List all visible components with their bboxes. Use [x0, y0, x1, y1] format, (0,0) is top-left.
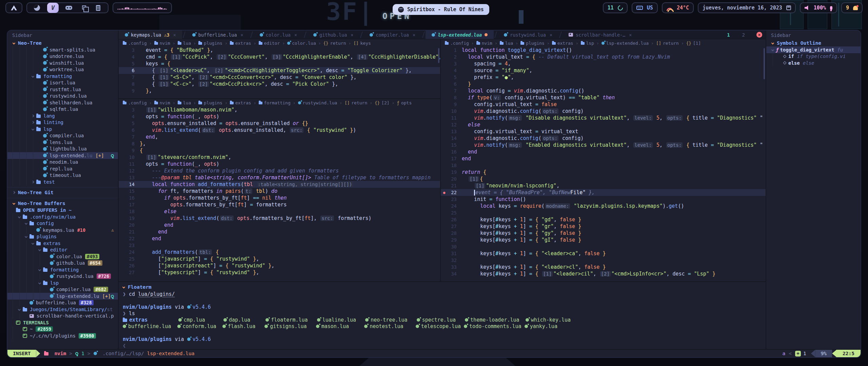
editor-pane-lsp-extended-lua[interactable]: .config›nvim›lua›plugins›extras›lsp›lsp-…	[441, 39, 766, 281]
tab-github-lua[interactable]: github.lua×	[307, 30, 359, 39]
outline-item-else[interactable]: elseelse	[766, 60, 861, 66]
code-line-32[interactable]: 32	[441, 257, 766, 264]
tree-item-lsp[interactable]: lsp	[7, 126, 118, 133]
tree-item-formatting[interactable]: formatting	[7, 266, 118, 273]
code-area[interactable]: 1local function toggle_diag_virtext()2 l…	[441, 47, 766, 277]
breadcrumb-item[interactable]: .config	[123, 100, 147, 105]
code-line-18[interactable]: 18	[441, 162, 766, 169]
tree-item-keymaps-lua[interactable]: keymaps.lua#10⚠	[7, 227, 118, 233]
tree-item--[interactable]: ~#2859	[7, 326, 118, 333]
date-widget[interactable]: jueves, noviembre 16, 2023	[698, 2, 796, 13]
tree-item-open-buffers-in-[interactable]: OPEN BUFFERS in ~	[7, 207, 118, 214]
tree-item-editor[interactable]: editor	[7, 247, 118, 253]
code-line-26[interactable]: 26 keys[#keys + 1] = { "gd", false }	[441, 216, 766, 223]
dock-gamepad-button[interactable]	[64, 3, 73, 12]
code-line-14[interactable]: 14 vim.diagnostic.config(opts: config)	[441, 135, 766, 142]
code-line-30[interactable]: 30	[441, 243, 766, 250]
tree-item-bufferline-lua[interactable]: bufferline.lua#328	[7, 300, 118, 306]
code-line-31[interactable]: 31 keys[#keys + 1] = { "<leader>ca", fal…	[441, 250, 766, 257]
code-line-21[interactable]: 21 [1]"neovim/nvim-lspconfig",	[441, 182, 766, 189]
launcher-button[interactable]	[5, 2, 22, 13]
tab-compiler-lua[interactable]: compiler.lua×	[363, 30, 421, 39]
code-line-13[interactable]: 13 config.virtual_text = virtual_text	[441, 128, 766, 135]
code-line-11[interactable]: 11 opts = function(_, opts)	[119, 161, 440, 167]
code-line-16[interactable]: 16 end	[441, 148, 766, 155]
breadcrumb-item[interactable]: .config	[445, 41, 469, 46]
tree-item-scrollbar-handle-vertical-p[interactable]: scrollbar-handle-vertical.p	[7, 313, 118, 320]
tree-item-color-lua[interactable]: color.lua#493	[7, 253, 118, 260]
code-line-6[interactable]: 6 vim.list_extend(dst: opts.ensure_insta…	[119, 127, 440, 134]
now-playing-widget[interactable]: Spiritbox - Rule Of Nines	[393, 4, 489, 15]
updates-widget[interactable]: 11	[603, 2, 628, 13]
tab-scrollbar-handle-[interactable]: scrollbar-handle-…×	[563, 30, 638, 39]
tree-item-lang[interactable]: lang	[7, 113, 118, 119]
code-line-15[interactable]: 15 for ft, formatters in pairs(t: tbl) d…	[119, 188, 440, 195]
layout-widget[interactable]: US	[632, 2, 658, 13]
tab-bufferline-lua[interactable]: bufferline.lua×	[186, 30, 250, 39]
tree-item-smart-splits-lua[interactable]: smart-splits.lua	[7, 46, 118, 53]
code-line-26[interactable]: 26 ["javascriptreact"] = { "rustywind" }…	[119, 262, 440, 269]
code-line-29[interactable]: 29 keys[#keys + 1] = { "gI", false }	[441, 237, 766, 243]
dock-neovim-button[interactable]: V	[47, 3, 59, 13]
tree-item-lsp-extended-lu[interactable]: lsp-extended.lu[+]	[7, 293, 118, 300]
breadcrumb-item[interactable]: nvim	[154, 100, 170, 105]
tree-item-rustywind-lua[interactable]: rustywind.lua#726	[7, 273, 118, 280]
code-line-2[interactable]: 2 local virtual_text = { -- Default virt…	[441, 54, 766, 60]
tree-item-isort-lua[interactable]: isort.lua	[7, 80, 118, 86]
breadcrumb-item[interactable]: {}[1]	[686, 41, 701, 46]
audio-visualizer[interactable]	[113, 2, 172, 13]
code-line-23[interactable]: 23	[119, 242, 440, 249]
breadcrumb-item[interactable]: editor	[259, 41, 280, 46]
tab-rustywind-lua[interactable]: rustywind.lua×	[498, 30, 558, 39]
breadcrumb-item[interactable]: color.lua	[287, 41, 316, 46]
neotree-section-header[interactable]: Neo-Tree	[7, 39, 118, 46]
code-line-14[interactable]: 14 local function add_formatters(tbl :ta…	[119, 181, 440, 188]
breadcrumb-item[interactable]: lua	[178, 100, 191, 105]
code-line-19[interactable]: 19 vim.list_extend(dst: opts.formatters_…	[119, 215, 440, 222]
code-line-10[interactable]: 10 [1]"stevearc/conform.nvim",	[119, 154, 440, 161]
code-line-20[interactable]: 20 end	[119, 222, 440, 228]
tree-item-lens-lua[interactable]: lens.lua	[7, 139, 118, 146]
breadcrumb-item[interactable]: lsp-extended.lua	[601, 41, 649, 46]
code-line-20[interactable]: 20 [1]{	[441, 176, 766, 182]
breadcrumb-item[interactable]: {}return	[323, 41, 346, 46]
tab-keymaps-lua[interactable]: keymaps.lua⚠3×	[119, 30, 182, 39]
tree-item-compiler-lua[interactable]: compiler.lua	[7, 133, 118, 139]
tree-item-config[interactable]: config	[7, 220, 118, 227]
tree-item-shellharden-lua[interactable]: shellharden.lua	[7, 99, 118, 106]
code-line-27[interactable]: 27 ["typescript"] = { "rustywind" },	[119, 269, 440, 276]
code-line-4[interactable]: 4 cmd = { [1]"CccPick", [2]"CccConvert",…	[119, 54, 440, 60]
tree-item--config-nvim-lua[interactable]: .config/nvim/lua	[7, 214, 118, 220]
tab-close-button[interactable]: ×	[173, 32, 176, 38]
code-line-25[interactable]: 25	[441, 209, 766, 216]
floaterm-header[interactable]: Floaterm	[123, 283, 762, 291]
code-line-9[interactable]: 9 config.virtual_text = false	[441, 101, 766, 108]
code-line-3[interactable]: 3 spacing = 4,	[441, 60, 766, 67]
code-line-12[interactable]: 12 --- Extend the conform plugin config …	[119, 167, 440, 174]
breadcrumb-item[interactable]: extras	[552, 41, 573, 46]
breadcrumb-item[interactable]: nvim	[476, 41, 492, 46]
code-line-33[interactable]: 33 keys[#keys + 1] = { "<leader>cl", fal…	[441, 264, 766, 270]
tree-item-timeout-lua[interactable]: timeout.lua	[7, 172, 118, 179]
code-line-8[interactable]: 8 { [1]"<C-c>", [2]"<cmd>CccPick<cr>", d…	[119, 81, 440, 87]
tree-item-repl-lua[interactable]: repl.lua	[7, 165, 118, 172]
breadcrumb-item[interactable]: formatting	[259, 100, 291, 105]
breadcrumb-item[interactable]: extras	[230, 41, 251, 46]
code-line-4[interactable]: 4 source = "if_many",	[441, 67, 766, 74]
dock-firefox-button[interactable]	[33, 3, 41, 12]
code-line-8[interactable]: 8 if type(v: config.virtual_text) == "ta…	[441, 94, 766, 101]
code-line-25[interactable]: 25 ["javascript"] = { "rustywind" },	[119, 256, 440, 262]
tabpage-1[interactable]: 1	[723, 32, 734, 38]
breadcrumb-item[interactable]: []return	[656, 41, 679, 46]
code-line-1[interactable]: 1local function toggle_diag_virtext()	[441, 47, 766, 54]
symbols-outline-header[interactable]: Symbols Outline	[766, 39, 861, 46]
tab-close-button[interactable]: ×	[241, 32, 243, 38]
volume-widget[interactable]: 100%	[800, 2, 837, 13]
breadcrumb-item[interactable]: plugins	[198, 100, 222, 105]
editor-pane-rustywind-lua[interactable]: .config›nvim›lua›plugins›extras›formatti…	[119, 99, 440, 281]
code-line-12[interactable]: 12 else	[441, 121, 766, 128]
tree-item-terminals[interactable]: TERMINALS	[7, 319, 118, 326]
code-line-10[interactable]: 10 vim.diagnostic.config(opts: config)	[441, 108, 766, 115]
code-line-22[interactable]: ●22 event = { "BufReadPre", "BufNewFile"…	[441, 189, 766, 196]
breadcrumb-item[interactable]: rustywind.lua	[298, 100, 337, 105]
